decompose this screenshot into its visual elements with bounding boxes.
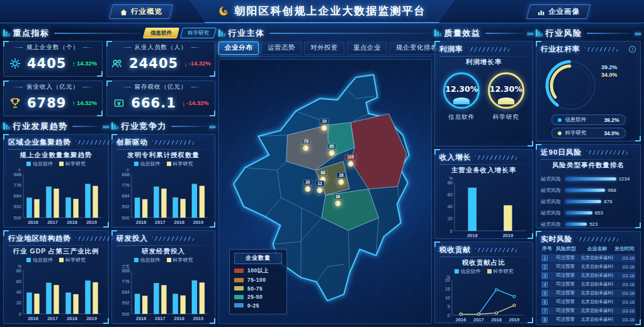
realtime-risk-row[interactable]: 4司法预警北京启创卓越科技有限公司03-16 [541, 280, 636, 289]
chart-legend: 信息软件科学研究 [116, 160, 210, 167]
more-arrows-icon[interactable] [635, 30, 641, 37]
risk-type-label: 融资风险 [541, 175, 562, 182]
app-title-banner: 朝阳区科创规上企业大数据监测平台 [189, 0, 455, 23]
risk-bar-value: 523 [589, 221, 597, 227]
section-line [587, 33, 631, 34]
legend-item: 信息软件 [134, 160, 161, 167]
svg-text:2016: 2016 [456, 317, 466, 323]
nav-industry-overview[interactable]: 行业概览 [109, 4, 173, 19]
realtime-risk-row[interactable]: 3司法预警北京启创卓越科技有限公司03-16 [541, 272, 636, 280]
svg-text:2017: 2017 [473, 317, 484, 323]
realtime-risk-row[interactable]: 5司法预警北京启创卓越科技有限公司03-16 [541, 289, 636, 297]
map-marker[interactable]: 10 [320, 118, 329, 131]
gear-icon [9, 57, 21, 70]
section-bars-icon [111, 123, 118, 130]
map-legend-item: 0-25 [234, 302, 282, 309]
cluster-trend-box: 区域企业集聚趋势 规上企业数量集聚趋势 信息软件科学研究 50059268477… [3, 134, 109, 228]
hatch-decoration [577, 237, 618, 241]
kpi-delta-value: -14.32% [186, 99, 208, 106]
location-pin-icon [329, 150, 334, 156]
svg-text:776: 776 [121, 182, 130, 188]
risk-bar [565, 200, 601, 203]
kpi-card-body: 6789↑14.32% [8, 91, 98, 114]
tab-运营态势[interactable]: 运营态势 [261, 42, 302, 55]
marker-count-tag: 68 [319, 170, 328, 176]
legend-item: 科学研究 [59, 257, 86, 263]
realtime-risk-row[interactable]: 8司法预警北京启创卓越科技有限公司03-16 [541, 316, 636, 324]
risk-bar-zone: 1234 [565, 176, 636, 182]
section-line [54, 33, 142, 34]
gauge-info-software: 12.30% 信息软件 [443, 72, 480, 121]
tab-重点企业[interactable]: 重点企业 [347, 42, 387, 55]
svg-text:个: 个 [126, 168, 130, 172]
risk-section-title: 行业风险 [546, 28, 582, 39]
tax-contribution-box: 税收贡献 税收贡献占比 信息软件科学研究 05101520%2016201720… [434, 241, 533, 323]
leverage-legend-row: 科学研究34.0% [551, 128, 626, 138]
row-risk-type: 司法预警 [556, 316, 580, 323]
legend-dot [558, 131, 562, 135]
svg-text:2018: 2018 [67, 219, 77, 225]
chart-title: 主营业务收入增长率 [439, 166, 528, 175]
box-title: 近90日风险 [541, 148, 582, 157]
row-index-badge: 4 [542, 282, 548, 287]
filter-pill-active[interactable]: 信息软件 [143, 28, 179, 38]
map-marker[interactable]: 20 [303, 179, 312, 192]
map-legend-item: 25-50 [234, 294, 282, 300]
wave-decoration [498, 97, 514, 104]
map-marker[interactable]: 28 [336, 172, 346, 185]
box-title: 收入增长 [439, 153, 471, 162]
district-map[interactable]: 1075351056828201236 企业数量 100以上75-10050-7… [218, 59, 432, 324]
legend-value: 39.2% [604, 117, 619, 123]
row-date: 03-16 [614, 273, 635, 279]
box-title: 研发投入 [116, 234, 148, 243]
section-bars-icon [434, 30, 441, 36]
kpi-section-title: 重点指标 [13, 28, 50, 39]
svg-text:10: 10 [445, 295, 450, 301]
svg-text:40: 40 [16, 289, 21, 295]
table-column-header: 发生时间 [614, 245, 635, 252]
realtime-risk-row[interactable]: 1司法预警北京启创卓越科技有限公司03-16 [541, 254, 636, 262]
legend-swatch [234, 269, 244, 273]
risk-bar [565, 211, 592, 214]
nav-right-label: 企业画像 [548, 7, 580, 16]
risk-bar-zone: 876 [565, 199, 636, 204]
map-marker[interactable]: 35 [327, 143, 336, 156]
chart-title: 行业 GDP 占第三产业比例 [8, 247, 104, 256]
risk-type-label: 融资风险 [541, 187, 562, 194]
nav-enterprise-portrait[interactable]: 企业画像 [526, 4, 590, 19]
leverage-donut-chart [541, 54, 604, 113]
info-icon[interactable] [629, 46, 636, 53]
chart-title: 研发经费投入 [116, 247, 210, 256]
svg-text:500: 500 [13, 215, 21, 221]
map-marker[interactable]: 36 [333, 194, 342, 206]
realtime-risk-row[interactable]: 7司法预警北京启创卓越科技有限公司03-16 [541, 307, 636, 315]
realtime-risk-row[interactable]: 2司法预警北京启创卓越科技有限公司03-16 [541, 263, 636, 271]
more-arrows-icon[interactable] [103, 123, 109, 130]
page-title: 朝阳区科创规上企业大数据监测平台 [235, 4, 426, 18]
map-marker[interactable]: 105 [345, 154, 357, 167]
tab-企业分布[interactable]: 企业分布 [218, 42, 259, 55]
platform-logo-icon [218, 6, 229, 16]
legend-label: 科学研究 [494, 268, 514, 275]
tax-line-chart: 05101520%2016201720182019 [439, 275, 528, 323]
realtime-risk-row[interactable]: 6司法预警北京启创卓越科技有限公司03-16 [541, 298, 636, 306]
risk-type-label: 融资风险 [541, 209, 562, 216]
marker-count-tag: 105 [345, 154, 357, 160]
more-arrows-icon[interactable] [527, 30, 533, 37]
more-arrows-icon[interactable] [209, 123, 215, 130]
svg-text:592: 592 [121, 204, 130, 209]
comp-section-title: 行业竞争力 [121, 121, 167, 132]
table-column-header: 企业名称 [581, 245, 613, 252]
kpi-delta: ↑14.32% [72, 60, 97, 67]
tab-对外投资[interactable]: 对外投资 [304, 42, 344, 55]
risk-rank-row: 融资风险523 [541, 218, 636, 230]
map-marker[interactable]: 75 [302, 138, 311, 151]
svg-text:2018: 2018 [67, 316, 77, 321]
kpi-card: 规上企业数（个）4405↑14.32% [3, 41, 103, 77]
coin-icon [113, 97, 125, 109]
svg-text:0: 0 [448, 313, 450, 318]
map-marker[interactable]: 12 [315, 180, 324, 193]
kpi-card-title: 从业人员数（人） [111, 43, 211, 52]
filter-pill-inactive[interactable]: 科学研究 [180, 28, 217, 38]
legend-item: 信息软件 [26, 257, 53, 263]
